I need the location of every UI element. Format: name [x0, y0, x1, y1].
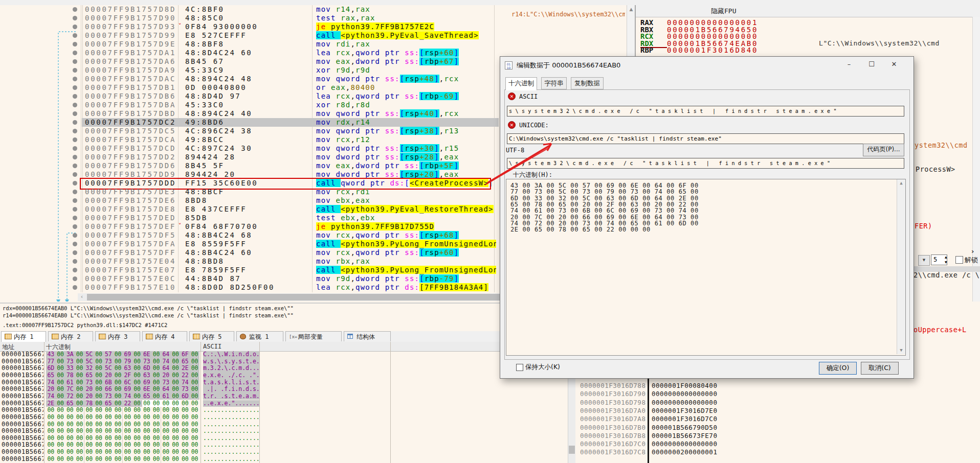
- breakpoint-dot[interactable]: [73, 120, 77, 125]
- dump-byte[interactable]: 00: [181, 400, 190, 407]
- dump-byte[interactable]: 00: [94, 365, 104, 372]
- dump-byte[interactable]: 00: [142, 428, 152, 435]
- dump-byte[interactable]: 6E: [142, 386, 152, 393]
- dump-byte[interactable]: 00: [161, 407, 171, 414]
- dump-byte[interactable]: 00: [65, 442, 75, 449]
- dump-byte[interactable]: 00: [113, 414, 123, 421]
- scroll-down-icon[interactable]: ▼: [897, 346, 905, 354]
- dump-byte[interactable]: 5C: [84, 358, 94, 365]
- dump-byte[interactable]: 00: [113, 456, 123, 463]
- chevron-right-icon[interactable]: ›: [971, 247, 974, 255]
- breakpoint-dot[interactable]: [73, 59, 77, 64]
- dump-byte[interactable]: 00: [46, 421, 56, 428]
- dump-byte[interactable]: 00: [171, 407, 181, 414]
- dump-byte[interactable]: 57: [104, 351, 114, 358]
- dump-byte[interactable]: 00: [46, 428, 56, 435]
- dump-byte[interactable]: 00: [104, 442, 114, 449]
- dump-byte[interactable]: 78: [65, 372, 75, 379]
- dump-byte[interactable]: 00: [56, 435, 65, 442]
- stack-row[interactable]: 0000001F3016D7C80000000200000001: [576, 448, 748, 456]
- dump-byte[interactable]: 77: [46, 358, 56, 365]
- dump-row[interactable]: 000001B566740000000000000000000000000000…: [0, 421, 575, 428]
- stack-row[interactable]: 0000001F3016D7B8000001B56673FE70: [576, 432, 748, 440]
- dump-byte[interactable]: 00: [190, 358, 199, 365]
- dump-byte[interactable]: 65: [181, 358, 190, 365]
- dump-byte[interactable]: 00: [75, 428, 84, 435]
- dump-byte[interactable]: 6E: [142, 351, 152, 358]
- dump-byte[interactable]: 00: [104, 428, 114, 435]
- dump-byte[interactable]: 00: [123, 449, 132, 456]
- dump-byte[interactable]: 00: [171, 372, 181, 379]
- dump-row[interactable]: 000001B566747400720020007300740065006100…: [0, 393, 575, 400]
- stack-row[interactable]: 0000001F3016D7980000000000000000: [576, 399, 748, 407]
- breakpoint-dot[interactable]: [73, 137, 77, 142]
- dump-byte[interactable]: 00: [56, 421, 65, 428]
- dump-byte[interactable]: 00: [94, 393, 104, 400]
- breakpoint-dot[interactable]: [73, 164, 77, 168]
- dump-byte[interactable]: 00: [151, 358, 161, 365]
- breakpoint-dot[interactable]: [73, 250, 77, 255]
- dump-byte[interactable]: 00: [161, 428, 171, 435]
- dump-byte[interactable]: 69: [142, 379, 152, 386]
- memory-dump-pane[interactable]: 内存 1内存 2内存 3内存 4内存 5监视 1[x=]局部变量结构体 地址 十…: [0, 331, 575, 463]
- dump-byte[interactable]: 20: [46, 386, 56, 393]
- breakpoint-dot[interactable]: [73, 33, 77, 38]
- dump-byte[interactable]: 00: [190, 379, 199, 386]
- stack-row[interactable]: 0000001F3016D7A00000001F3016D7E0: [576, 407, 748, 415]
- dump-byte[interactable]: 00: [161, 421, 171, 428]
- dump-byte[interactable]: 74: [46, 393, 56, 400]
- dump-byte[interactable]: 00: [161, 442, 171, 449]
- dump-scrollbar[interactable]: [568, 378, 575, 463]
- utf8-input[interactable]: \ s y s t e m 3 2 \ c m d . e x e / c " …: [507, 158, 904, 169]
- dump-byte[interactable]: 00: [46, 435, 56, 442]
- dump-byte[interactable]: 00: [190, 442, 199, 449]
- dump-byte[interactable]: 73: [181, 386, 190, 393]
- dump-byte[interactable]: 64: [161, 365, 171, 372]
- dump-byte[interactable]: 00: [190, 435, 199, 442]
- breakpoint-dot[interactable]: [73, 259, 77, 264]
- dump-byte[interactable]: 73: [104, 393, 114, 400]
- breakpoint-dot[interactable]: [73, 94, 77, 99]
- breakpoint-dot[interactable]: [73, 103, 77, 107]
- dump-byte[interactable]: 00: [151, 414, 161, 421]
- unlock-checkbox[interactable]: [955, 256, 963, 264]
- dump-byte[interactable]: 00: [132, 379, 142, 386]
- dump-byte[interactable]: 00: [190, 456, 199, 463]
- breakpoint-dot[interactable]: [73, 172, 77, 177]
- dump-row[interactable]: 000001B566746D00330032005C0063006D006400…: [0, 365, 575, 372]
- dump-byte[interactable]: 00: [84, 435, 94, 442]
- dump-byte[interactable]: 00: [171, 365, 181, 372]
- dump-byte[interactable]: 00: [94, 379, 104, 386]
- dump-byte[interactable]: 00: [151, 351, 161, 358]
- dump-byte[interactable]: 72: [65, 393, 75, 400]
- dump-byte[interactable]: 00: [190, 449, 199, 456]
- dump-byte[interactable]: 00: [190, 428, 199, 435]
- dump-byte[interactable]: 00: [132, 407, 142, 414]
- dump-byte[interactable]: 00: [190, 393, 199, 400]
- dump-byte[interactable]: 00: [75, 358, 84, 365]
- dump-byte[interactable]: 00: [123, 428, 132, 435]
- dialog-tab-十六进制[interactable]: 十六进制: [505, 77, 537, 90]
- dump-byte[interactable]: 00: [190, 400, 199, 407]
- dump-byte[interactable]: 00: [151, 365, 161, 372]
- dump-byte[interactable]: 00: [171, 414, 181, 421]
- dump-byte[interactable]: 00: [75, 379, 84, 386]
- dump-byte[interactable]: 00: [56, 365, 65, 372]
- dump-byte[interactable]: 00: [132, 414, 142, 421]
- dump-byte[interactable]: 00: [113, 428, 123, 435]
- dump-byte[interactable]: 00: [104, 407, 114, 414]
- dump-byte[interactable]: 00: [171, 393, 181, 400]
- dump-byte[interactable]: 79: [123, 358, 132, 365]
- dump-byte[interactable]: 00: [171, 386, 181, 393]
- dump-row[interactable]: 000001B566740000000000000000000000000000…: [0, 407, 575, 414]
- dump-byte[interactable]: 00: [171, 421, 181, 428]
- dump-byte[interactable]: 00: [113, 421, 123, 428]
- dump-byte[interactable]: 00: [181, 435, 190, 442]
- breakpoint-dot[interactable]: [73, 242, 77, 246]
- dump-row[interactable]: 000001B56674770073005C007300790073007400…: [0, 358, 575, 365]
- stack-row[interactable]: 0000001F3016D7B0000001B566790D50: [576, 424, 748, 432]
- dump-byte[interactable]: 00: [171, 449, 181, 456]
- dump-byte[interactable]: 00: [123, 407, 132, 414]
- dump-row[interactable]: 000001B5667420007C002000660069006E006400…: [0, 386, 575, 393]
- dump-byte[interactable]: 00: [75, 435, 84, 442]
